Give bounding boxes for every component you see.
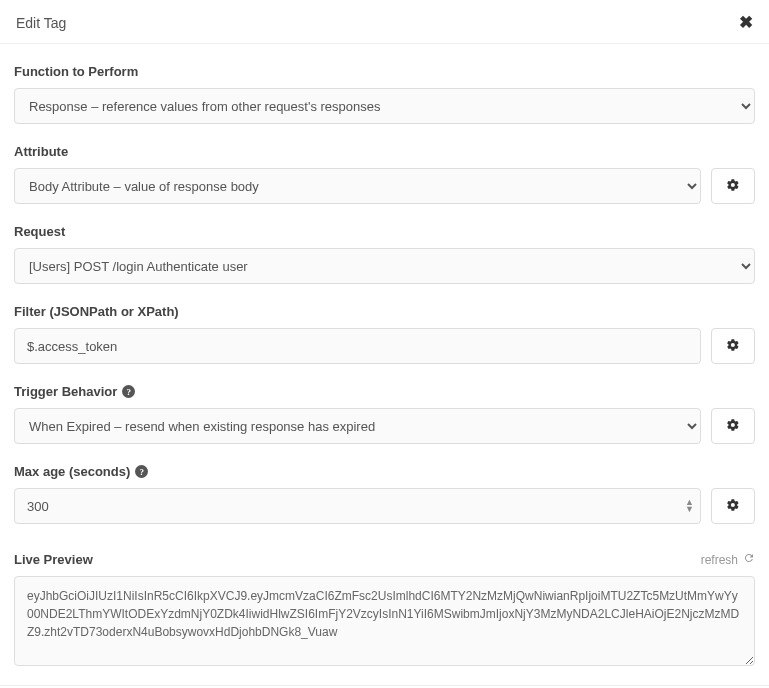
gear-icon	[726, 338, 740, 355]
gear-icon	[726, 498, 740, 515]
attribute-select[interactable]: Body Attribute – value of response body	[14, 168, 701, 204]
refresh-icon	[743, 552, 755, 567]
field-maxage: Max age (seconds) ? 300 ▲ ▼	[14, 464, 755, 524]
field-attribute: Attribute Body Attribute – value of resp…	[14, 144, 755, 204]
request-label: Request	[14, 224, 755, 239]
function-label: Function to Perform	[14, 64, 755, 79]
field-trigger: Trigger Behavior ? When Expired – resend…	[14, 384, 755, 444]
modal-title: Edit Tag	[16, 15, 66, 31]
field-function: Function to Perform Response – reference…	[14, 64, 755, 124]
function-select[interactable]: Response – reference values from other r…	[14, 88, 755, 124]
gear-icon	[726, 178, 740, 195]
number-stepper[interactable]: ▲ ▼	[685, 499, 694, 513]
modal-header: Edit Tag ✖	[0, 0, 769, 44]
maxage-settings-button[interactable]	[711, 488, 755, 524]
edit-tag-modal: Edit Tag ✖ Function to Perform Response …	[0, 0, 769, 688]
trigger-select[interactable]: When Expired – resend when existing resp…	[14, 408, 701, 444]
attribute-settings-button[interactable]	[711, 168, 755, 204]
help-icon[interactable]: ?	[135, 465, 148, 478]
trigger-settings-button[interactable]	[711, 408, 755, 444]
trigger-label: Trigger Behavior ?	[14, 384, 755, 399]
filter-settings-button[interactable]	[711, 328, 755, 364]
preview-output[interactable]	[14, 576, 755, 666]
field-filter: Filter (JSONPath or XPath)	[14, 304, 755, 364]
gear-icon	[726, 418, 740, 435]
refresh-label: refresh	[701, 553, 738, 567]
maxage-label: Max age (seconds) ?	[14, 464, 755, 479]
modal-body: Function to Perform Response – reference…	[0, 44, 769, 675]
maxage-input[interactable]: 300 ▲ ▼	[14, 488, 701, 524]
preview-label: Live Preview	[14, 552, 93, 567]
help-icon[interactable]: ?	[122, 385, 135, 398]
filter-input[interactable]	[14, 328, 701, 364]
refresh-button[interactable]: refresh	[701, 552, 755, 567]
field-request: Request [Users] POST /login Authenticate…	[14, 224, 755, 284]
maxage-value: 300	[27, 499, 49, 514]
attribute-label: Attribute	[14, 144, 755, 159]
request-select[interactable]: [Users] POST /login Authenticate user	[14, 248, 755, 284]
close-icon[interactable]: ✖	[739, 14, 753, 31]
filter-label: Filter (JSONPath or XPath)	[14, 304, 755, 319]
chevron-down-icon: ▼	[685, 506, 694, 513]
preview-header: Live Preview refresh	[14, 552, 755, 567]
